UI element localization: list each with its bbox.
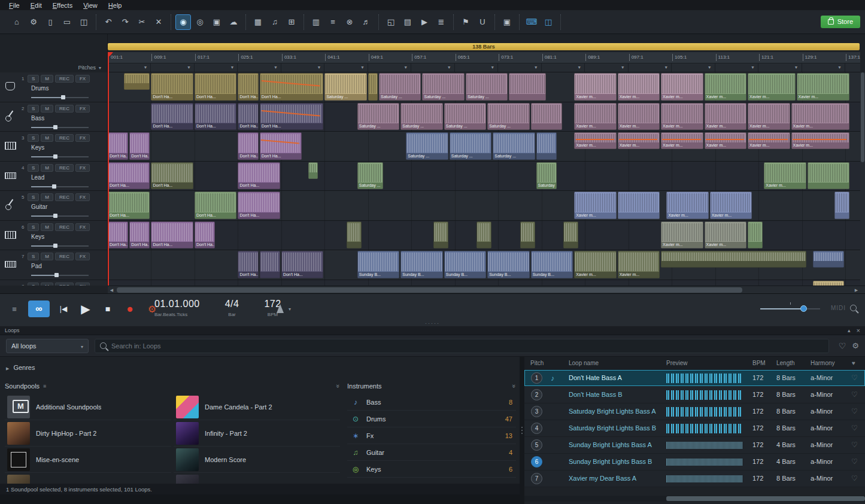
track-lane[interactable] [108,280,860,286]
section-marker[interactable] [802,63,845,72]
volume-thumb[interactable] [53,125,57,129]
audio-clip[interactable]: Don't Ha... [129,221,150,249]
volume-thumb[interactable] [52,184,56,189]
track-lane[interactable]: Don't Ha...Don't Ha...Don't Ha...Don't H… [108,221,860,251]
audio-clip[interactable]: Don't Ha... [260,132,302,160]
section-marker[interactable] [108,63,151,72]
waveform-preview[interactable] [666,407,743,417]
audio-clip[interactable]: Don't Ha... [151,103,193,130]
object-grid-button[interactable]: ▦ [250,14,266,30]
panel-resize-handle[interactable] [425,320,440,326]
track-fx-button[interactable]: FX [75,105,90,113]
loop-row[interactable]: 4Saturday Bright Lights Bass B1728 Barsa… [524,420,865,437]
track-lane[interactable]: Don't Ha...Don't Ha...Don't Ha...Don't H… [108,102,860,132]
play-button[interactable]: ▶ [77,300,94,318]
audio-clip[interactable]: Don't Ha... [238,73,258,101]
audio-clip[interactable]: Xavier m... [574,251,616,278]
collapse-all-icon[interactable] [511,384,518,388]
audio-clip[interactable]: Xavier m... [791,103,850,130]
audio-clip[interactable]: Xavier m... [618,251,660,278]
audio-clip[interactable]: Xavier m... [661,132,703,149]
notation-button[interactable]: ♬ [359,14,374,30]
audio-clip[interactable]: Saturday ... [422,73,464,101]
audio-clip[interactable]: Saturday ... [406,132,448,160]
section-marker[interactable] [238,63,281,72]
loop-row[interactable]: 6Sunday Bright Lights Bass B1724 Barsa-M… [524,454,865,470]
section-marker[interactable] [281,63,324,72]
soundpool-item[interactable] [5,473,171,484]
section-marker[interactable] [758,63,802,72]
audio-clip[interactable]: Xavier m... [618,103,660,130]
track-fx-button[interactable]: FX [75,75,90,83]
horizontal-scrollbar[interactable] [108,286,865,293]
audio-clip[interactable]: Xavier m... [661,221,703,249]
section-marker[interactable] [455,63,498,72]
audio-clip[interactable]: Saturday ... [379,73,421,101]
draw-mode-button[interactable]: ◎ [192,14,208,30]
audio-clip[interactable]: Saturday ... [357,162,383,190]
track-fx-button[interactable]: FX [75,223,90,231]
audio-clip[interactable]: Don't Ha... [238,103,258,130]
track-volume-slider[interactable] [31,184,89,189]
pitch-circle[interactable]: 4 [531,423,542,434]
audio-clip[interactable]: Xavier m... [661,103,703,130]
waveform-preview[interactable] [666,442,743,449]
audio-clip[interactable]: Don't Ha... [238,251,258,278]
loop-row[interactable]: 7Xavier my Dear Bass A1728 Barsa-Minor [524,470,865,487]
track-m-button[interactable]: M [41,75,53,83]
audio-clip[interactable]: Xavier m... [797,73,850,101]
audio-clip[interactable] [563,221,578,249]
audio-clip[interactable]: Xavier m... [791,132,850,149]
delete-button[interactable]: ✕ [151,14,166,30]
track-s-button[interactable]: S [28,105,39,113]
soundpool-item[interactable]: Modern Score [174,447,340,473]
time-display[interactable]: 01.01.000 Bar.Beats.Ticks [154,299,200,317]
volume-thumb[interactable] [53,244,57,248]
pitch-circle[interactable]: 7 [531,473,542,484]
automation-curve[interactable] [662,139,700,140]
loops-searchbox[interactable] [95,339,829,353]
track-s-button[interactable]: S [28,164,39,172]
video-monitor-button[interactable]: ◱ [383,14,399,30]
track-s-button[interactable]: S [28,223,39,231]
audio-clip[interactable]: Sunday B... [357,251,399,278]
loop-row[interactable]: 5Sunday Bright Lights Bass A1724 Barsa-M… [524,437,865,454]
pitch-circle[interactable]: 2 [531,389,542,400]
menu-effects[interactable]: Effects [47,1,78,10]
audio-clip[interactable] [661,251,806,268]
home-button[interactable]: ⌂ [9,14,25,30]
menu-edit[interactable]: Edit [25,1,47,10]
track-s-button[interactable]: S [28,75,39,83]
object-list-button[interactable]: ≣ [433,14,449,30]
section-marker[interactable] [542,63,585,72]
audio-clip[interactable] [520,221,535,249]
vertical-scroll-thumb[interactable] [861,72,864,162]
track-s-button[interactable]: S [28,253,39,260]
info-display-button[interactable]: ▤ [400,14,415,30]
audio-clip[interactable]: Don't Ha... [151,221,193,249]
favorite-heart-icon[interactable] [851,407,858,415]
audio-clip[interactable] [618,192,660,219]
loop-row[interactable]: 1Don't Hate Bass A1728 Barsa-Minor [524,370,865,387]
audio-clip[interactable]: Don't Ha... [260,73,324,101]
volume-thumb[interactable] [800,305,807,312]
waveform-preview[interactable] [666,424,743,433]
section-marker[interactable] [368,63,411,72]
audio-clip[interactable] [748,221,763,249]
arrangement-range-bar[interactable]: 138 Bars [108,43,860,50]
track-m-button[interactable]: M [41,105,53,113]
column-header-preview[interactable]: Preview [666,360,688,366]
column-header-pitch[interactable]: Pitch [530,360,544,366]
audio-clip[interactable]: Sunday B... [400,251,442,278]
pitch-circle[interactable]: 6 [531,456,542,467]
audio-clip[interactable]: Don't Ha... [195,192,236,219]
time-signature-display[interactable]: 4/4 Bar [225,299,239,317]
audio-clip[interactable]: Don't Ha... [238,162,280,190]
track-m-button[interactable]: M [41,164,53,172]
audio-clip[interactable]: Saturday ... [493,132,535,160]
audio-clip[interactable] [808,162,849,190]
volume-thumb[interactable] [54,273,59,277]
favorite-heart-icon[interactable] [851,474,858,482]
table-scroll-thumb[interactable] [666,496,865,501]
track-name[interactable]: Drums [31,85,48,92]
